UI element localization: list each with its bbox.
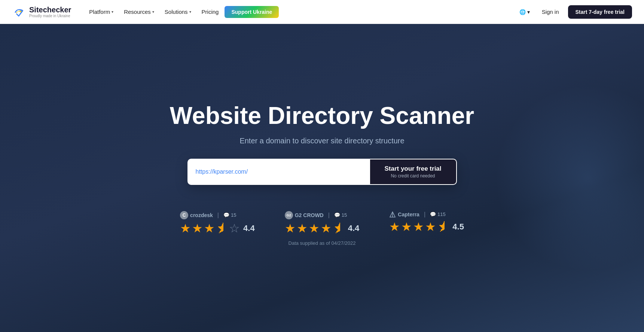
star-3: ★ (413, 221, 424, 233)
crozdesk-stars: ★ ★ ★ ⯨ ☆ 4.4 (180, 222, 255, 234)
g2crowd-name: G2 CROWD (295, 212, 324, 218)
search-bar: Start your free trial No credit card nee… (187, 159, 457, 185)
star-2: ★ (401, 221, 412, 233)
g2crowd-logo: G2 G2 CROWD (285, 211, 324, 219)
rating-header-crozdesk: C crozdesk | 💬 15 (180, 211, 236, 219)
nav-platform[interactable]: Platform ▾ (85, 6, 118, 18)
data-supplied-label: Data supplied as of 04/27/2022 (7, 240, 637, 246)
capterra-score: 4.5 (452, 222, 464, 232)
logo-tagline: Proudly made in Ukraine (29, 14, 71, 18)
capterra-comments: 💬 115 (430, 211, 446, 217)
nav-resources[interactable]: Resources ▾ (119, 6, 159, 18)
divider: | (217, 212, 219, 219)
divider: | (328, 212, 330, 219)
sign-in-button[interactable]: Sign in (537, 6, 564, 17)
chevron-down-icon: ▾ (152, 10, 154, 14)
star-4: ⯨ (216, 222, 228, 234)
support-ukraine-button[interactable]: Support Ukraine (225, 6, 279, 18)
star-1: ★ (389, 221, 400, 233)
hero-title: Website Directory Scanner (170, 103, 474, 129)
crozdesk-icon: C (180, 211, 188, 219)
capterra-icon (389, 211, 396, 218)
comment-icon: 💬 (334, 212, 340, 218)
g2crowd-comments: 💬 15 (334, 212, 347, 218)
g2crowd-score: 4.4 (348, 223, 360, 233)
crozdesk-comments: 💬 15 (223, 212, 236, 218)
globe-icon: 🌐 (519, 9, 526, 15)
rating-header-capterra: Capterra | 💬 115 (389, 211, 445, 218)
logo-link[interactable]: Sitechecker Proudly made in Ukraine (12, 5, 71, 19)
search-cta-button[interactable]: Start your free trial No credit card nee… (370, 159, 456, 184)
star-5: ☆ (229, 222, 240, 234)
chevron-down-icon: ▾ (112, 10, 113, 14)
crozdesk-name: crozdesk (190, 212, 213, 218)
capterra-logo: Capterra (389, 211, 419, 218)
logo-name: Sitechecker (29, 6, 71, 14)
comment-count: 115 (437, 211, 446, 217)
star-1: ★ (180, 222, 191, 234)
hero-section: Website Directory Scanner Enter a domain… (0, 24, 644, 332)
rating-header-g2crowd: G2 G2 CROWD | 💬 15 (285, 211, 347, 219)
nav-links: Platform ▾ Resources ▾ Solutions ▾ Prici… (85, 6, 512, 18)
star-3: ★ (309, 222, 320, 234)
crozdesk-score: 4.4 (243, 223, 255, 233)
crozdesk-logo: C crozdesk (180, 211, 213, 219)
star-4: ★ (321, 222, 332, 234)
star-5: ⯨ (437, 221, 449, 233)
rating-block-crozdesk: C crozdesk | 💬 15 ★ ★ ★ ⯨ ☆ 4.4 (180, 211, 255, 234)
cta-main-label: Start your free trial (384, 165, 441, 173)
nav-pricing[interactable]: Pricing (197, 6, 223, 18)
star-2: ★ (297, 222, 308, 234)
comment-icon: 💬 (430, 211, 436, 217)
chevron-down-icon: ▾ (189, 10, 191, 14)
hero-subtitle: Enter a domain to discover site director… (239, 137, 404, 145)
star-2: ★ (192, 222, 203, 234)
nav-right-area: 🌐 ▾ Sign in Start 7-day free trial (516, 5, 632, 19)
comment-count: 15 (342, 212, 347, 218)
capterra-stars: ★ ★ ★ ★ ⯨ 4.5 (389, 221, 464, 233)
rating-block-g2crowd: G2 G2 CROWD | 💬 15 ★ ★ ★ ★ ⯨ 4.4 (285, 211, 360, 234)
divider: | (424, 211, 425, 218)
capterra-name: Capterra (398, 211, 419, 217)
cta-sub-label: No credit card needed (391, 173, 435, 179)
nav-solutions[interactable]: Solutions ▾ (160, 6, 196, 18)
chevron-down-icon: ▾ (527, 9, 530, 15)
ratings-section: C crozdesk | 💬 15 ★ ★ ★ ⯨ ☆ 4.4 (7, 211, 637, 234)
rating-block-capterra: Capterra | 💬 115 ★ ★ ★ ★ ⯨ 4.5 (389, 211, 464, 233)
comment-icon: 💬 (223, 212, 229, 218)
star-4: ★ (425, 221, 436, 233)
search-input[interactable] (188, 159, 370, 184)
g2crowd-icon: G2 (285, 211, 293, 219)
language-selector[interactable]: 🌐 ▾ (516, 7, 533, 17)
comment-count: 15 (231, 212, 236, 218)
logo-icon (12, 5, 25, 19)
navbar: Sitechecker Proudly made in Ukraine Plat… (0, 0, 644, 24)
star-3: ★ (204, 222, 215, 234)
g2crowd-stars: ★ ★ ★ ★ ⯨ 4.4 (285, 222, 360, 234)
star-5: ⯨ (333, 222, 345, 234)
start-trial-button[interactable]: Start 7-day free trial (568, 5, 632, 19)
star-1: ★ (285, 222, 296, 234)
